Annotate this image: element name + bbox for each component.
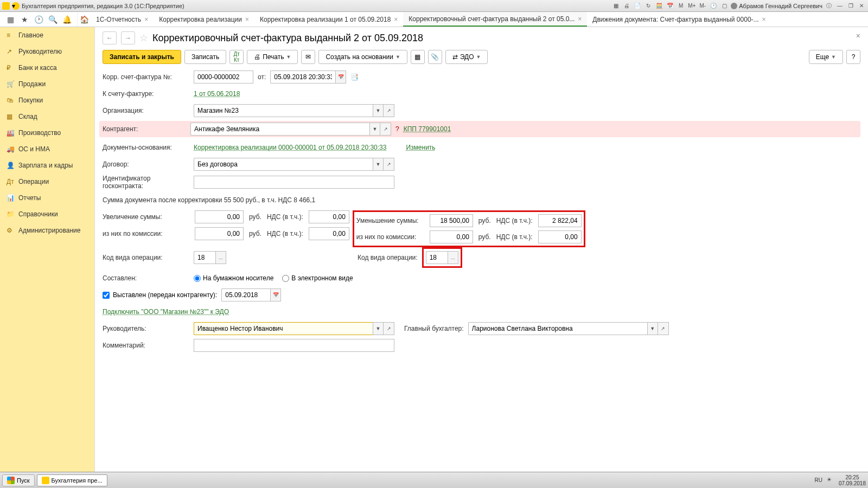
tb-icon-print[interactable]: 🖨 xyxy=(622,2,631,10)
calendar-icon[interactable]: 📅 xyxy=(335,70,346,84)
sidebar-item-main[interactable]: ≡Главное xyxy=(0,27,94,43)
tb-icon-mplus[interactable]: M+ xyxy=(687,2,696,10)
goscontract-input[interactable] xyxy=(194,176,394,189)
tb-icon-clock[interactable]: 🕐 xyxy=(709,2,718,10)
counterparty-input[interactable] xyxy=(190,123,369,136)
manager-input[interactable] xyxy=(194,322,373,335)
basis-change-link[interactable]: Изменить xyxy=(406,144,435,151)
home-tab[interactable]: 🏠 xyxy=(78,12,91,27)
tab-close-icon[interactable]: × xyxy=(144,16,148,23)
open-icon[interactable]: ↗ xyxy=(384,104,394,117)
decrease-nds-input[interactable] xyxy=(538,214,582,227)
opcode2-select-icon[interactable]: ... xyxy=(448,251,458,264)
issued-date-input[interactable] xyxy=(221,288,270,301)
nav-forward[interactable]: → xyxy=(121,31,135,44)
star-icon[interactable]: ☆ xyxy=(139,32,148,44)
to-invoice-link[interactable]: 1 от 05.06.2018 xyxy=(194,90,240,98)
sidebar-item-bank[interactable]: ₽Банк и касса xyxy=(0,60,94,76)
date-input[interactable] xyxy=(270,70,335,84)
tray-clock[interactable]: 20:25 07.09.2018 xyxy=(839,474,866,486)
org-input[interactable] xyxy=(194,104,373,117)
sidebar-item-purchases[interactable]: 🛍Покупки xyxy=(0,92,94,108)
open-icon[interactable]: ↗ xyxy=(658,322,669,335)
dropdown-icon[interactable]: ▼ xyxy=(373,104,384,117)
open-icon[interactable]: ↗ xyxy=(380,123,391,136)
attach-button[interactable]: 📎 xyxy=(428,50,442,64)
edo-link[interactable]: Подключить "ООО "Магазин №23"" к ЭДО xyxy=(103,308,229,316)
save-close-button[interactable]: Записать и закрыть xyxy=(103,50,181,64)
opcode-input[interactable] xyxy=(194,251,215,264)
more-button[interactable]: Еще ▼ xyxy=(809,50,843,64)
issued-checkbox[interactable] xyxy=(103,292,110,299)
struct-button[interactable]: ▦ xyxy=(411,50,425,64)
history-icon[interactable]: 🕐 xyxy=(34,15,43,24)
increase-nds-input[interactable] xyxy=(309,210,349,223)
create-based-button[interactable]: Создать на основании ▼ xyxy=(318,50,407,64)
contract-input[interactable] xyxy=(194,158,373,171)
tb-icon-m[interactable]: M xyxy=(676,2,685,10)
favorite-icon[interactable]: ★ xyxy=(20,15,29,24)
apps-icon[interactable]: ▦ xyxy=(5,15,15,24)
open-icon[interactable]: ↗ xyxy=(384,322,394,335)
current-user[interactable]: Абрамов Геннадий Сергеевич xyxy=(731,3,822,9)
tb-icon-doc[interactable]: 📄 xyxy=(633,2,642,10)
tab-3[interactable]: Корректировочный счет-фактура выданный 2… xyxy=(403,12,587,27)
number-input[interactable] xyxy=(194,70,253,84)
warn-icon[interactable]: ? xyxy=(395,125,399,133)
sidebar-item-admin[interactable]: ⚙Администрирование xyxy=(0,222,94,239)
dropdown-icon[interactable]: ▼ xyxy=(369,123,380,136)
tab-2[interactable]: Корректировка реализации 1 от 05.09.2018… xyxy=(254,12,403,27)
sidebar-item-salary[interactable]: 👤Зарплата и кадры xyxy=(0,157,94,174)
search-icon[interactable]: 🔍 xyxy=(48,15,58,24)
tab-close-icon[interactable]: × xyxy=(394,16,398,23)
increase-input[interactable] xyxy=(195,210,244,223)
comm-inc-nds-input[interactable] xyxy=(309,227,349,240)
save-button[interactable]: Записать xyxy=(184,50,226,64)
edo-button[interactable]: ⇄ ЭДО ▼ xyxy=(445,50,488,64)
sidebar-item-ruk[interactable]: ↗Руководителю xyxy=(0,43,94,60)
comm-dec-input[interactable] xyxy=(430,230,473,243)
bell-icon[interactable]: 🔔 xyxy=(62,15,72,24)
related-doc-icon[interactable]: 📑 xyxy=(350,73,359,81)
kpp-link[interactable]: КПП 779901001 xyxy=(404,125,451,133)
tab-0[interactable]: 1С-Отчетность× xyxy=(91,12,154,27)
app-icon-yellow[interactable]: ▾ xyxy=(12,2,20,10)
sidebar-item-operations[interactable]: ДтОперации xyxy=(0,174,94,190)
tab-close-icon[interactable]: × xyxy=(578,15,582,23)
tb-icon-cal[interactable]: 📅 xyxy=(666,2,674,10)
help-button[interactable]: ? xyxy=(846,50,860,64)
comm-inc-input[interactable] xyxy=(195,227,244,240)
calendar-icon[interactable]: 📅 xyxy=(270,288,281,301)
open-icon[interactable]: ↗ xyxy=(384,158,394,171)
nav-back[interactable]: ← xyxy=(103,31,117,44)
tb-icon-calc[interactable]: 🧮 xyxy=(655,2,663,10)
tab-close-icon[interactable]: × xyxy=(762,16,766,23)
start-button[interactable]: Пуск xyxy=(2,474,35,486)
close-doc-icon[interactable]: × xyxy=(856,31,860,40)
sidebar-item-reports[interactable]: 📊Отчеты xyxy=(0,190,94,206)
tb-icon-1[interactable]: ▦ xyxy=(611,2,620,10)
tab-close-icon[interactable]: × xyxy=(245,16,249,23)
print-button[interactable]: 🖨 Печать ▼ xyxy=(247,50,298,64)
sidebar-item-production[interactable]: 🏭Производство xyxy=(0,125,94,141)
window-restore[interactable]: ❐ xyxy=(846,2,855,10)
dt-button[interactable]: ДтКт xyxy=(229,50,244,64)
window-minimize[interactable]: — xyxy=(835,2,844,10)
sidebar-item-catalogs[interactable]: 📁Справочники xyxy=(0,206,94,222)
comm-dec-nds-input[interactable] xyxy=(538,230,582,243)
tb-icon-mminus[interactable]: M- xyxy=(698,2,707,10)
opcode2-input[interactable] xyxy=(426,251,448,264)
tb-icon-refresh[interactable]: ↻ xyxy=(644,2,653,10)
accountant-input[interactable] xyxy=(468,322,647,335)
tb-icon-info[interactable]: ⓘ xyxy=(825,2,833,10)
sidebar-item-os[interactable]: 🚚ОС и НМА xyxy=(0,141,94,157)
sidebar-item-sales[interactable]: 🛒Продажи xyxy=(0,76,94,92)
dropdown-icon[interactable]: ▼ xyxy=(647,322,658,335)
tb-icon-box[interactable]: ▢ xyxy=(720,2,729,10)
dropdown-icon[interactable]: ▼ xyxy=(373,158,384,171)
comment-input[interactable] xyxy=(194,339,394,352)
radio-electronic[interactable]: В электронном виде xyxy=(282,274,353,282)
tab-1[interactable]: Корректировка реализации× xyxy=(154,12,254,27)
basis-link[interactable]: Корректировка реализации 0000-000001 от … xyxy=(194,144,386,151)
window-close[interactable]: ✕ xyxy=(857,2,866,10)
